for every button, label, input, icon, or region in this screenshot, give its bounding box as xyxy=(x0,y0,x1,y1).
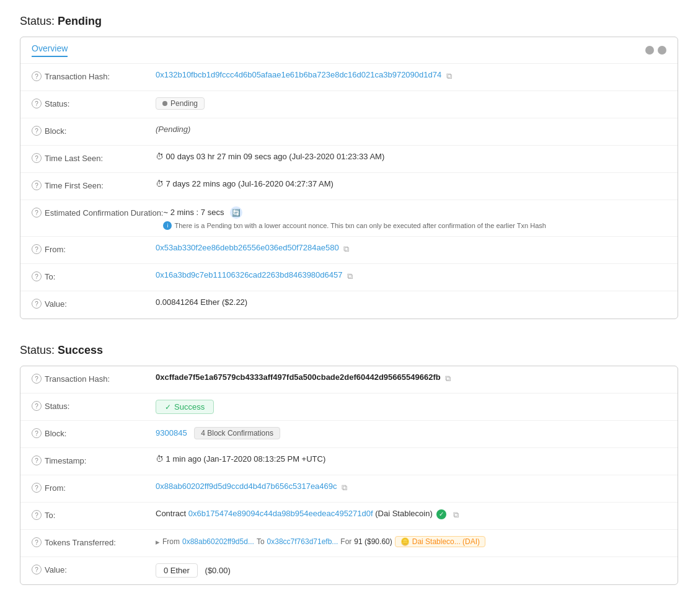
pending-status-badge: Pending xyxy=(156,97,205,110)
pending-time-last-seen-row: ? Time Last Seen: ⏱ 00 days 03 hr 27 min… xyxy=(20,146,678,173)
token-transfer-from-link[interactable]: 0x88ab60202ff9d5d... xyxy=(182,537,254,546)
header-dots xyxy=(645,46,666,55)
pending-status-label: ? Status: xyxy=(32,97,156,108)
pending-status-row: ? Status: Pending xyxy=(20,91,678,118)
success-from-question-icon[interactable]: ? xyxy=(32,483,42,493)
time-last-seen-question-icon[interactable]: ? xyxy=(32,153,42,163)
pending-to-value: 0x16a3bd9c7eb11106326cad2263bd8463980d64… xyxy=(156,270,666,280)
pending-time-first-seen-label: ? Time First Seen: xyxy=(32,179,156,190)
duration-info-icon: i xyxy=(163,221,172,230)
success-value-usd: ($0.00) xyxy=(205,566,231,575)
confirmation-duration-container: ~ 2 mins : 7 secs 🔄 i There is a Pending… xyxy=(163,206,666,230)
success-status-question-icon[interactable]: ? xyxy=(32,401,42,411)
success-to-question-icon[interactable]: ? xyxy=(32,510,42,520)
pending-value-value: 0.00841264 Ether ($2.22) xyxy=(156,297,666,307)
pending-to-copy-icon[interactable]: ⧉ xyxy=(347,271,356,280)
pending-tx-hash-row: ? Transaction Hash: 0x132b10fbcb1d9fccc4… xyxy=(20,64,678,91)
pending-to-row: ? To: 0x16a3bd9c7eb11106326cad2263bd8463… xyxy=(20,264,678,291)
success-tokens-transferred-label: ? Tokens Transferred: xyxy=(32,536,156,547)
pending-est-confirmation-label: ? Estimated Confirmation Duration: xyxy=(32,206,163,218)
pending-from-link[interactable]: 0x53ab330f2ee86debb26556e036ed50f7284ae5… xyxy=(156,243,339,252)
success-from-row: ? From: 0x88ab60202ff9d5d9ccdd4b4d7b656c… xyxy=(20,475,678,503)
token-transfer-to-link[interactable]: 0x38cc7f763d71efb... xyxy=(267,537,338,546)
success-to-copy-icon[interactable]: ⧉ xyxy=(453,510,462,519)
success-block-value: 9300845 4 Block Confirmations xyxy=(156,427,666,439)
success-block-question-icon[interactable]: ? xyxy=(32,428,42,438)
success-block-number-link[interactable]: 9300845 xyxy=(156,428,187,438)
confirmation-info-badge: 🔄 xyxy=(230,206,242,219)
success-block-label: ? Block: xyxy=(32,427,156,438)
pending-block-value: (Pending) xyxy=(156,125,666,134)
success-value-row: ? Value: 0 Ether ($0.00) xyxy=(20,557,678,584)
success-tokens-question-icon[interactable]: ? xyxy=(32,537,42,547)
pending-tx-hash-copy-icon[interactable]: ⧉ xyxy=(446,71,455,80)
duration-note: i There is a Pending txn with a lower ac… xyxy=(163,221,666,230)
success-tx-hash-question-icon[interactable]: ? xyxy=(32,374,42,384)
success-from-value: 0x88ab60202ff9d5d9ccdd4b4d7b656c5317ea46… xyxy=(156,482,666,491)
value-question-icon[interactable]: ? xyxy=(32,299,42,309)
success-tx-hash-copy-icon[interactable]: ⧉ xyxy=(445,374,454,382)
success-status-value: Success xyxy=(156,400,666,414)
success-timestamp-value: ⏱ 1 min ago (Jan-17-2020 08:13:25 PM +UT… xyxy=(156,454,666,464)
pending-to-label: ? To: xyxy=(32,270,156,281)
contract-verified-icon: ✓ xyxy=(436,509,446,519)
success-card: ? Transaction Hash: 0xcffade7f5e1a67579c… xyxy=(20,366,678,585)
success-timestamp-row: ? Timestamp: ⏱ 1 min ago (Jan-17-2020 08… xyxy=(20,448,678,475)
pending-block-row: ? Block: (Pending) xyxy=(20,118,678,146)
pending-card: Overview ? Transaction Hash: 0x132b10fbc… xyxy=(20,37,678,319)
pending-section-title: Status: Pending xyxy=(20,15,678,28)
pending-from-copy-icon[interactable]: ⧉ xyxy=(343,244,352,253)
dot-1 xyxy=(645,46,654,55)
from-question-icon[interactable]: ? xyxy=(32,244,42,254)
token-transfer-arrow-icon: ▸ xyxy=(156,537,160,547)
success-to-row: ? To: Contract 0x6b175474e89094c44da98b9… xyxy=(20,503,678,530)
success-section-title: Status: Success xyxy=(20,344,678,357)
pending-tx-hash-link[interactable]: 0x132b10fbcb1d9fccc4d6b05afaae1e61b6ba72… xyxy=(156,70,441,79)
success-tx-hash-value: 0xcffade7f5e1a67579cb4333aff497fd5a500cb… xyxy=(156,372,666,382)
success-timestamp-label: ? Timestamp: xyxy=(32,454,156,465)
pending-est-confirmation-value: ~ 2 mins : 7 secs 🔄 i There is a Pending… xyxy=(163,206,666,230)
pending-time-first-seen-row: ? Time First Seen: ⏱ 7 days 22 mins ago … xyxy=(20,173,678,200)
pending-from-value: 0x53ab330f2ee86debb26556e036ed50f7284ae5… xyxy=(156,243,666,253)
pending-card-header: Overview xyxy=(20,37,678,64)
pending-time-first-seen-value: ⏱ 7 days 22 mins ago (Jul-16-2020 04:27:… xyxy=(156,179,666,188)
success-value-value: 0 Ether ($0.00) xyxy=(156,563,666,578)
success-tokens-transferred-row: ? Tokens Transferred: ▸ From 0x88ab60202… xyxy=(20,530,678,557)
tx-hash-question-icon[interactable]: ? xyxy=(32,71,42,81)
token-transfer-amount: 91 ($90.60) xyxy=(354,537,392,546)
pending-to-link[interactable]: 0x16a3bd9c7eb11106326cad2263bd8463980d64… xyxy=(156,270,342,279)
token-transfer-details: ▸ From 0x88ab60202ff9d5d... To 0x38cc7f7… xyxy=(156,536,666,547)
token-badge-icon: 🪙 xyxy=(400,537,410,546)
pending-time-last-seen-label: ? Time Last Seen: xyxy=(32,152,156,163)
pending-from-row: ? From: 0x53ab330f2ee86debb26556e036ed50… xyxy=(20,237,678,264)
success-block-row: ? Block: 9300845 4 Block Confirmations xyxy=(20,421,678,448)
pending-block-label: ? Block: xyxy=(32,125,156,136)
to-question-icon[interactable]: ? xyxy=(32,271,42,281)
pending-tx-hash-label: ? Transaction Hash: xyxy=(32,70,156,81)
success-timestamp-question-icon[interactable]: ? xyxy=(32,455,42,465)
token-badge[interactable]: 🪙 Dai Stableco... (DAI) xyxy=(395,536,485,547)
success-tx-hash-row: ? Transaction Hash: 0xcffade7f5e1a67579c… xyxy=(20,366,678,394)
time-first-seen-question-icon[interactable]: ? xyxy=(32,180,42,190)
est-confirmation-question-icon[interactable]: ? xyxy=(32,208,42,218)
success-to-label: ? To: xyxy=(32,509,156,520)
success-tokens-transferred-value: ▸ From 0x88ab60202ff9d5d... To 0x38cc7f7… xyxy=(156,536,666,547)
pending-time-last-seen-value: ⏱ 00 days 03 hr 27 min 09 secs ago (Jul-… xyxy=(156,152,666,161)
pending-value-label: ? Value: xyxy=(32,297,156,309)
success-from-copy-icon[interactable]: ⧉ xyxy=(342,483,350,491)
block-question-icon[interactable]: ? xyxy=(32,126,42,136)
success-value-ether-box: 0 Ether xyxy=(156,563,198,578)
success-tx-hash-label: ? Transaction Hash: xyxy=(32,372,156,384)
success-from-link[interactable]: 0x88ab60202ff9d5d9ccdd4b4d7b656c5317ea46… xyxy=(156,482,337,491)
pending-value-row: ? Value: 0.00841264 Ether ($2.22) xyxy=(20,291,678,319)
success-from-label: ? From: xyxy=(32,482,156,493)
confirmation-duration-time: ~ 2 mins : 7 secs 🔄 xyxy=(163,206,666,219)
success-value-question-icon[interactable]: ? xyxy=(32,565,42,574)
pending-tx-hash-value: 0x132b10fbcb1d9fccc4d6b05afaae1e61b6ba72… xyxy=(156,70,666,80)
status-question-icon[interactable]: ? xyxy=(32,99,42,108)
success-to-contract-link[interactable]: 0x6b175474e89094c44da98b954eedeac495271d… xyxy=(188,509,373,518)
pending-est-confirmation-row: ? Estimated Confirmation Duration: ~ 2 m… xyxy=(20,200,678,237)
success-value-label: ? Value: xyxy=(32,563,156,574)
overview-tab[interactable]: Overview xyxy=(32,43,68,57)
pending-from-label: ? From: xyxy=(32,243,156,254)
